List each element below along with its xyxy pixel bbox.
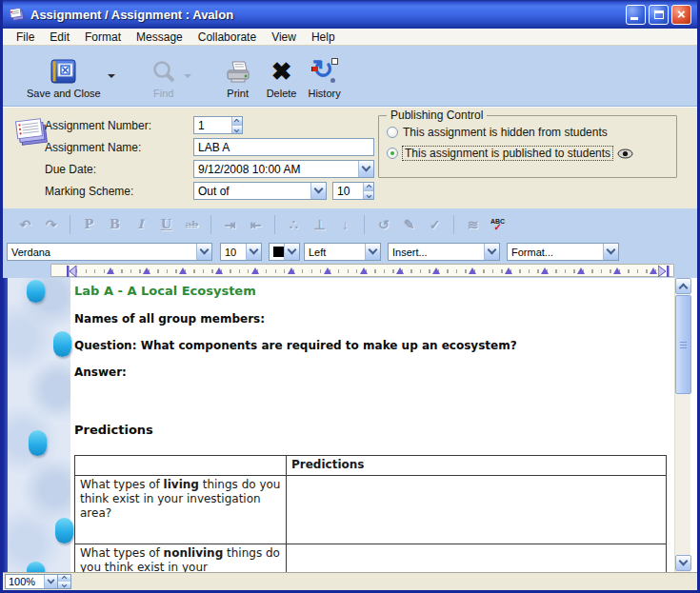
- spin-down-icon[interactable]: [364, 190, 373, 199]
- save-dropdown-caret[interactable]: [108, 74, 115, 78]
- table-cell-nonliving-question[interactable]: What types of nonliving things do you th…: [75, 544, 287, 573]
- table-cell-nonliving-answer[interactable]: [287, 544, 667, 573]
- menu-message[interactable]: Message: [129, 30, 190, 45]
- font-combobox[interactable]: Verdana: [7, 243, 212, 261]
- menu-edit[interactable]: Edit: [42, 30, 77, 45]
- zoom-stepper[interactable]: [58, 574, 71, 589]
- spin-up-icon[interactable]: [232, 117, 242, 125]
- tab-stop[interactable]: [469, 267, 476, 274]
- tab-stop[interactable]: [324, 267, 331, 274]
- menu-collaborate[interactable]: Collaborate: [190, 30, 264, 45]
- tab-stop[interactable]: [505, 267, 512, 274]
- plain-style-icon[interactable]: P: [81, 215, 97, 234]
- format-combobox[interactable]: Format...: [507, 243, 619, 261]
- find-dropdown-caret[interactable]: [184, 74, 191, 78]
- table-header-empty[interactable]: [75, 456, 287, 476]
- bold-icon[interactable]: B: [107, 215, 123, 234]
- due-date-combobox[interactable]: 9/12/2008 10:00 AM: [193, 160, 374, 178]
- approve-icon[interactable]: ✓: [427, 215, 443, 234]
- print-button[interactable]: Print: [220, 49, 256, 101]
- format-dropdown-icon[interactable]: [603, 244, 618, 260]
- underline-icon[interactable]: U: [158, 215, 174, 234]
- published-option-row[interactable]: This assignment is published to students: [387, 147, 633, 160]
- menu-format[interactable]: Format: [77, 30, 129, 45]
- italic-icon[interactable]: I: [132, 215, 149, 234]
- due-date-dropdown-icon[interactable]: [358, 161, 373, 177]
- tab-stop[interactable]: [215, 267, 223, 274]
- tab-stop[interactable]: [107, 267, 114, 274]
- zoom-down-icon[interactable]: [58, 582, 70, 588]
- tab-stop[interactable]: [396, 267, 404, 274]
- pen-icon[interactable]: ✎: [401, 215, 417, 234]
- signature-icon[interactable]: ≋: [465, 215, 481, 234]
- tab-stop[interactable]: [577, 267, 585, 274]
- indent-less-icon[interactable]: ⇤: [248, 215, 264, 234]
- marking-scheme-dropdown-icon[interactable]: [310, 183, 326, 199]
- tab-stop[interactable]: [541, 267, 549, 274]
- right-indent-marker[interactable]: [658, 266, 671, 277]
- marking-points-spin-buttons[interactable]: [363, 183, 373, 199]
- tab-stop[interactable]: [288, 267, 295, 274]
- hidden-radio[interactable]: [387, 127, 398, 138]
- zoom-dropdown-icon[interactable]: [44, 575, 57, 588]
- assignment-number-input[interactable]: [194, 119, 231, 132]
- strikethrough-icon[interactable]: ab: [184, 215, 200, 234]
- save-and-close-button[interactable]: Save and Close: [22, 49, 106, 101]
- scroll-thumb[interactable]: [675, 295, 691, 394]
- published-radio[interactable]: [387, 148, 398, 159]
- tab-stop[interactable]: [613, 267, 621, 274]
- table-header-predictions[interactable]: Predictions: [287, 456, 667, 476]
- table-cell-living-question[interactable]: What types of living things do you think…: [75, 476, 287, 544]
- hidden-option-row[interactable]: This assignment is hidden from students: [387, 126, 608, 139]
- history-button[interactable]: ↻ History: [303, 49, 345, 101]
- scroll-up-button[interactable]: [675, 278, 691, 294]
- spell-check-icon[interactable]: ABC ✓: [490, 218, 505, 232]
- undo-icon[interactable]: ↶: [17, 215, 33, 234]
- font-color-combobox[interactable]: [269, 243, 300, 261]
- paragraph-spacing-icon[interactable]: ∴: [286, 215, 302, 234]
- minimize-button[interactable]: [626, 5, 646, 25]
- close-button[interactable]: ×: [671, 5, 691, 25]
- revert-icon[interactable]: ↺: [375, 215, 391, 234]
- spin-down-icon[interactable]: [232, 125, 242, 133]
- zoom-combobox[interactable]: 100%: [5, 574, 58, 589]
- assignment-name-field[interactable]: [193, 138, 374, 156]
- vertical-scrollbar[interactable]: [674, 278, 690, 572]
- zoom-control[interactable]: 100%: [5, 574, 71, 589]
- menu-view[interactable]: View: [264, 30, 304, 45]
- color-dropdown-icon[interactable]: [284, 244, 299, 260]
- menu-file[interactable]: File: [9, 30, 42, 45]
- move-down-icon[interactable]: ↓: [337, 215, 353, 234]
- scroll-down-button[interactable]: [675, 555, 691, 571]
- table-cell-living-answer[interactable]: [287, 476, 667, 544]
- assignment-number-stepper[interactable]: [193, 116, 243, 134]
- marking-points-stepper[interactable]: [332, 182, 374, 200]
- assignment-name-input[interactable]: [194, 141, 373, 154]
- tab-stop[interactable]: [143, 267, 150, 274]
- indent-more-icon[interactable]: ⇥: [222, 215, 238, 234]
- insert-dropdown-icon[interactable]: [484, 244, 499, 260]
- ruler[interactable]: [50, 264, 674, 277]
- alignment-combobox[interactable]: Left: [304, 243, 381, 261]
- insert-combobox[interactable]: Insert...: [388, 243, 500, 261]
- tab-stop[interactable]: [251, 267, 259, 274]
- marking-scheme-combobox[interactable]: Out of: [193, 182, 327, 200]
- maximize-button[interactable]: [649, 5, 669, 25]
- redo-icon[interactable]: ↷: [43, 215, 59, 234]
- alignment-dropdown-icon[interactable]: [365, 244, 380, 260]
- marking-points-input[interactable]: [333, 185, 363, 198]
- spin-up-icon[interactable]: [364, 183, 373, 190]
- delete-button[interactable]: ✖ Delete: [262, 49, 302, 101]
- font-dropdown-icon[interactable]: [196, 244, 211, 260]
- font-size-dropdown-icon[interactable]: [246, 244, 261, 260]
- tab-stop[interactable]: [179, 267, 187, 274]
- tab-stop[interactable]: [650, 267, 657, 274]
- find-button[interactable]: Find: [146, 49, 182, 101]
- tab-stop[interactable]: [360, 267, 368, 274]
- zoom-up-icon[interactable]: [58, 575, 70, 582]
- menu-help[interactable]: Help: [304, 30, 343, 45]
- font-size-combobox[interactable]: 10: [220, 243, 262, 261]
- assignment-number-spin-buttons[interactable]: [231, 117, 242, 133]
- tab-stop[interactable]: [432, 267, 440, 274]
- document-editor[interactable]: Lab A - A Local Ecosystem Names of all g…: [3, 278, 697, 572]
